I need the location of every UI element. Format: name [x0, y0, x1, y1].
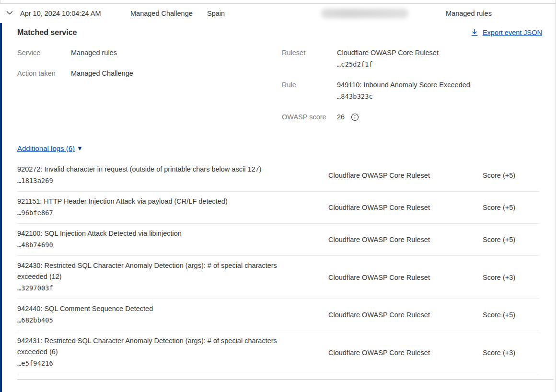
- export-event-json-link[interactable]: Export event JSON: [471, 29, 542, 37]
- ruleset-id-hash: …c25d2f1f: [337, 58, 439, 70]
- log-rule-description: 942431: Restricted SQL Character Anomaly…: [17, 335, 302, 357]
- field-owasp-score: OWASP score 26: [282, 111, 542, 123]
- log-rule-description: 942430: Restricted SQL Character Anomaly…: [17, 260, 302, 282]
- event-timestamp: Apr 10, 2024 10:04:24 AM: [20, 10, 130, 17]
- ruleset-label: Ruleset: [282, 47, 337, 70]
- redacted-blur: [321, 9, 408, 18]
- caret-down-icon[interactable]: ▼: [77, 145, 83, 152]
- log-row: 942100: SQL Injection Attack Detected vi…: [17, 224, 539, 256]
- chevron-down-icon: [6, 9, 13, 18]
- event-summary-row[interactable]: Apr 10, 2024 10:04:24 AM Managed Challen…: [0, 4, 556, 23]
- log-score: Score (+3): [483, 274, 539, 281]
- field-service: Service Managed rules: [17, 47, 282, 58]
- field-rule: Rule 949110: Inbound Anomaly Score Excee…: [282, 79, 542, 102]
- event-service: Managed rules: [446, 10, 492, 17]
- panel-title: Matched service: [17, 28, 77, 37]
- log-rule-id-hash: …48b74690: [17, 239, 302, 251]
- table-top-border: [0, 0, 556, 4]
- log-rule-description: 942440: SQL Comment Sequence Detected: [17, 303, 302, 314]
- log-rule-description: 920272: Invalid character in request (ou…: [17, 164, 302, 175]
- log-row: 942431: Restricted SQL Character Anomaly…: [17, 331, 539, 374]
- event-redacted-host: [321, 9, 413, 18]
- field-action-taken: Action taken Managed Challenge: [17, 68, 282, 79]
- log-ruleset-name: Cloudflare OWASP Core Ruleset: [328, 236, 483, 243]
- ruleset-name: Cloudflare OWASP Core Ruleset: [337, 47, 439, 58]
- log-score: Score (+5): [483, 204, 539, 211]
- service-value: Managed rules: [71, 47, 117, 58]
- log-row: 942430: Restricted SQL Character Anomaly…: [17, 256, 539, 299]
- collapse-row-button[interactable]: [0, 9, 20, 18]
- field-ruleset: Ruleset Cloudflare OWASP Core Ruleset …c…: [282, 47, 542, 70]
- additional-logs-link[interactable]: Additional logs (6): [17, 144, 75, 152]
- action-taken-label: Action taken: [17, 68, 71, 79]
- log-rule-id-hash: …e5f94216: [17, 357, 302, 369]
- log-score: Score (+5): [483, 236, 539, 243]
- rule-id-hash: …843b323c: [337, 91, 470, 102]
- log-ruleset-name: Cloudflare OWASP Core Ruleset: [328, 311, 483, 319]
- log-ruleset-name: Cloudflare OWASP Core Ruleset: [328, 204, 483, 211]
- rule-value-block: 949110: Inbound Anomaly Score Exceeded ……: [337, 79, 470, 102]
- download-icon: [471, 29, 478, 37]
- log-ruleset-name: Cloudflare OWASP Core Ruleset: [328, 172, 483, 179]
- owasp-score-label: OWASP score: [282, 111, 337, 123]
- log-ruleset-name: Cloudflare OWASP Core Ruleset: [328, 274, 483, 281]
- event-country: Spain: [207, 10, 321, 17]
- log-rule-id-hash: …96bfe867: [17, 207, 302, 219]
- rule-description: 949110: Inbound Anomaly Score Exceeded: [337, 79, 470, 91]
- rule-label: Rule: [282, 79, 337, 102]
- event-detail-panel: Matched service Export event JSON Servic…: [0, 23, 556, 392]
- log-rule-id-hash: …1813a269: [17, 175, 302, 187]
- event-action: Managed Challenge: [130, 10, 207, 17]
- service-label: Service: [17, 47, 71, 58]
- firewall-event-expanded-row: Apr 10, 2024 10:04:24 AM Managed Challen…: [0, 0, 556, 392]
- log-score: Score (+5): [483, 311, 539, 319]
- log-rule-id-hash: …3297003f: [17, 282, 302, 294]
- log-row: 942440: SQL Comment Sequence Detected …6…: [17, 299, 539, 331]
- owasp-score-value: 26: [337, 111, 345, 123]
- additional-logs-table: 920272: Invalid character in request (ou…: [17, 160, 539, 374]
- info-icon[interactable]: [351, 113, 359, 121]
- log-rule-description: 921151: HTTP Header Injection Attack via…: [17, 196, 302, 207]
- log-row: 920272: Invalid character in request (ou…: [17, 160, 539, 192]
- log-rule-description: 942100: SQL Injection Attack Detected vi…: [17, 228, 302, 239]
- next-row-divider: [17, 379, 554, 380]
- log-row: 921151: HTTP Header Injection Attack via…: [17, 192, 539, 224]
- action-taken-value: Managed Challenge: [71, 68, 133, 79]
- log-score: Score (+3): [483, 349, 539, 357]
- log-score: Score (+5): [483, 172, 539, 179]
- export-link-label: Export event JSON: [483, 29, 542, 36]
- ruleset-value-block: Cloudflare OWASP Core Ruleset …c25d2f1f: [337, 47, 439, 70]
- log-ruleset-name: Cloudflare OWASP Core Ruleset: [328, 349, 483, 357]
- log-rule-id-hash: …682bb405: [17, 314, 302, 326]
